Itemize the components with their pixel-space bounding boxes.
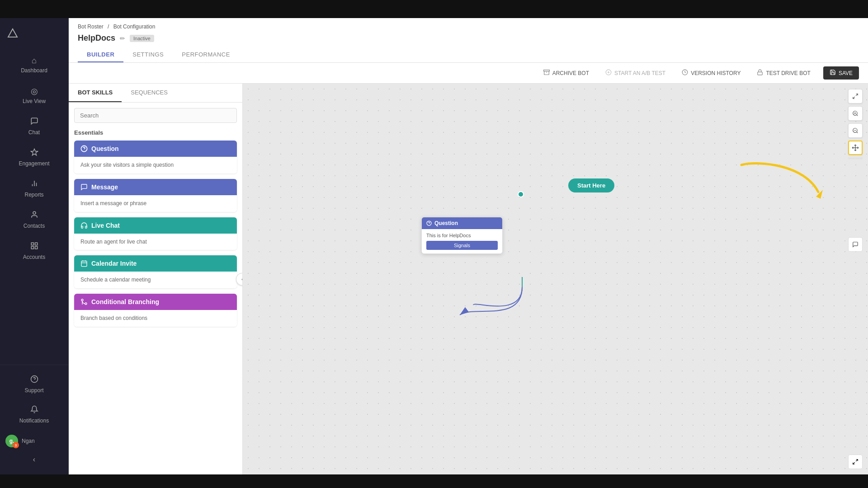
logo bbox=[0, 22, 68, 50]
svg-line-32 bbox=[856, 94, 858, 96]
page-title-row: HelpDocs ✏ Inactive bbox=[78, 33, 859, 43]
sidebar-item-notifications[interactable]: Notifications bbox=[3, 400, 66, 429]
svg-rect-21 bbox=[81, 261, 87, 267]
tab-settings[interactable]: SETTINGS bbox=[123, 47, 173, 62]
version-history-button[interactable]: VERSION HISTORY bbox=[678, 67, 744, 79]
sidebar-item-chat[interactable]: Chat bbox=[3, 112, 66, 141]
canvas-chat-button[interactable] bbox=[848, 237, 863, 252]
skill-live-chat-desc: Route an agent for live chat bbox=[74, 234, 237, 250]
svg-rect-9 bbox=[35, 247, 37, 249]
skill-conditional-desc: Branch based on conditions bbox=[74, 310, 237, 327]
sidebar-item-label: Support bbox=[24, 387, 43, 394]
sidebar-item-contacts[interactable]: Contacts bbox=[3, 205, 66, 235]
question-node-text: This is for HelpDocs bbox=[426, 233, 471, 238]
main-layout: ⌂ Dashboard ◎ Live View Chat Engagement … bbox=[0, 18, 868, 474]
svg-line-43 bbox=[856, 460, 858, 461]
svg-rect-7 bbox=[35, 243, 37, 245]
skill-card-question[interactable]: Question Ask your site visitors a simple… bbox=[74, 141, 237, 174]
zoom-out-button[interactable] bbox=[848, 123, 863, 138]
notifications-icon bbox=[30, 405, 38, 416]
skill-card-message[interactable]: Message Insert a message or phrase bbox=[74, 179, 237, 212]
yellow-arrow-svg bbox=[732, 156, 832, 215]
dashboard-icon: ⌂ bbox=[32, 56, 37, 66]
chat-icon bbox=[30, 117, 38, 127]
bottom-bar bbox=[0, 474, 868, 488]
skill-conditional-label: Conditional Branching bbox=[91, 298, 159, 305]
svg-line-33 bbox=[853, 97, 855, 99]
question-node-header: Question bbox=[422, 217, 502, 229]
svg-point-5 bbox=[33, 211, 36, 214]
tab-performance[interactable]: PERFORMANCE bbox=[173, 47, 239, 62]
skill-card-calendar-header: Calendar Invite bbox=[74, 255, 237, 272]
sidebar-collapse-button[interactable]: ‹ bbox=[0, 452, 68, 467]
skills-tab-bot-skills[interactable]: BOT SKILLS bbox=[69, 84, 122, 102]
sidebar-item-reports[interactable]: Reports bbox=[3, 174, 66, 203]
breadcrumb-parent[interactable]: Bot Roster bbox=[78, 23, 104, 30]
engagement-icon bbox=[30, 148, 38, 159]
live-view-icon: ◎ bbox=[31, 86, 38, 96]
version-history-icon bbox=[682, 69, 688, 77]
move-mode-button[interactable] bbox=[848, 141, 863, 155]
user-avatar-row[interactable]: g. 3 Ngan bbox=[0, 430, 68, 452]
builder-layout: BOT SKILLS SEQUENCES Essentials Question… bbox=[69, 84, 868, 474]
canvas-connectors bbox=[243, 84, 868, 474]
start-node-label: Start Here bbox=[577, 182, 605, 189]
page-title: HelpDocs bbox=[78, 33, 115, 43]
sidebar-item-support[interactable]: Support bbox=[3, 370, 66, 399]
skill-question-label: Question bbox=[91, 145, 119, 152]
archive-icon bbox=[543, 69, 550, 77]
skill-card-calendar[interactable]: Calendar Invite Schedule a calendar meet… bbox=[74, 255, 237, 288]
save-button[interactable]: SAVE bbox=[823, 66, 859, 80]
page-header: Bot Roster / Bot Configuration HelpDocs … bbox=[69, 18, 868, 63]
svg-marker-0 bbox=[8, 29, 17, 37]
canvas-divider bbox=[848, 158, 863, 158]
svg-marker-31 bbox=[816, 190, 823, 199]
archive-bot-button[interactable]: ARCHIVE BOT bbox=[540, 67, 593, 79]
avatar: g. 3 bbox=[5, 435, 18, 447]
start-node[interactable]: Start Here bbox=[568, 178, 614, 192]
sidebar-item-engagement[interactable]: Engagement bbox=[3, 143, 66, 172]
edit-icon[interactable]: ✏ bbox=[120, 35, 125, 42]
skill-card-conditional[interactable]: Conditional Branching Branch based on co… bbox=[74, 294, 237, 327]
sidebar-item-dashboard[interactable]: ⌂ Dashboard bbox=[3, 51, 66, 79]
search-input[interactable] bbox=[74, 108, 237, 123]
ab-test-label: START AN A/B TEST bbox=[614, 70, 665, 76]
sidebar-item-label: Contacts bbox=[24, 223, 45, 229]
connector-dot bbox=[518, 191, 524, 197]
zoom-in-button[interactable] bbox=[848, 106, 863, 121]
question-node[interactable]: Question This is for HelpDocs Signals bbox=[421, 217, 503, 254]
page-tabs: BUILDER SETTINGS PERFORMANCE bbox=[78, 47, 859, 62]
sidebar-item-label: Engagement bbox=[19, 160, 49, 167]
sidebar-item-label: Accounts bbox=[23, 254, 45, 260]
contacts-icon bbox=[30, 211, 38, 221]
tab-builder[interactable]: BUILDER bbox=[78, 47, 123, 62]
svg-line-44 bbox=[853, 462, 855, 464]
test-drive-button[interactable]: TEST DRIVE BOT bbox=[753, 67, 814, 79]
test-drive-icon bbox=[757, 69, 763, 77]
toolbar: ARCHIVE BOT START AN A/B TEST VERSION HI… bbox=[69, 63, 868, 84]
svg-point-26 bbox=[81, 299, 83, 301]
skill-card-live-chat[interactable]: Live Chat Route an agent for live chat bbox=[74, 217, 237, 250]
accounts-icon bbox=[30, 242, 38, 252]
sidebar: ⌂ Dashboard ◎ Live View Chat Engagement … bbox=[0, 18, 69, 474]
breadcrumb-current: Bot Configuration bbox=[113, 23, 156, 30]
fullscreen-bottom-button[interactable] bbox=[848, 455, 863, 469]
canvas-controls bbox=[848, 89, 863, 158]
ab-test-button[interactable]: START AN A/B TEST bbox=[602, 67, 669, 79]
skill-card-live-chat-header: Live Chat bbox=[74, 217, 237, 234]
save-icon bbox=[830, 69, 836, 77]
question-node-button[interactable]: Signals bbox=[426, 241, 498, 250]
canvas-area[interactable]: Start Here Question This is for HelpDocs… bbox=[243, 84, 868, 474]
archive-bot-label: ARCHIVE BOT bbox=[552, 70, 589, 76]
svg-rect-6 bbox=[31, 243, 33, 245]
fullscreen-button[interactable] bbox=[848, 89, 863, 103]
svg-rect-18 bbox=[758, 72, 763, 75]
skills-tab-sequences[interactable]: SEQUENCES bbox=[122, 84, 177, 102]
svg-line-35 bbox=[857, 115, 858, 116]
skill-card-message-header: Message bbox=[74, 179, 237, 195]
question-node-title: Question bbox=[434, 220, 458, 226]
sidebar-item-live-view[interactable]: ◎ Live View bbox=[3, 81, 66, 110]
sidebar-item-label: Notifications bbox=[19, 418, 49, 424]
sidebar-item-accounts[interactable]: Accounts bbox=[3, 236, 66, 266]
sidebar-item-label: Reports bbox=[24, 192, 43, 198]
